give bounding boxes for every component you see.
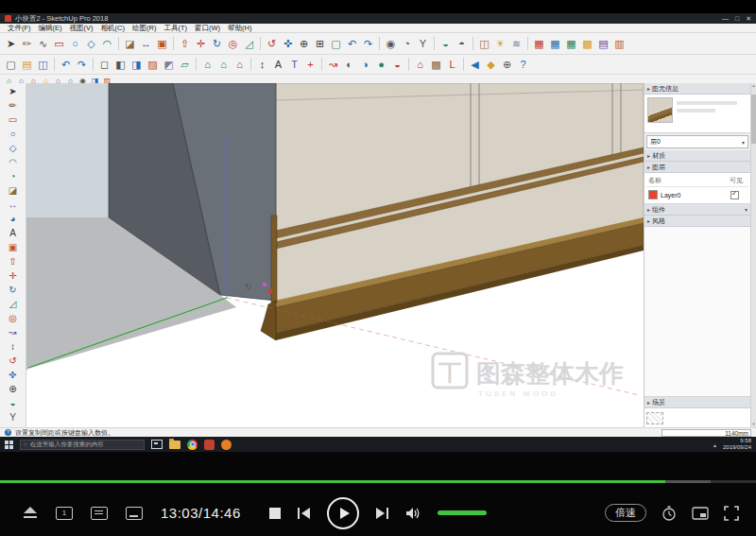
pan-tool-icon[interactable]: ✜: [6, 368, 20, 382]
look-around-icon[interactable]: ◔: [399, 36, 415, 52]
line-tool-icon[interactable]: ✏: [19, 36, 35, 52]
panel-header-entity-info[interactable]: 图元信息: [644, 83, 750, 95]
zoom-tool-icon[interactable]: ⊕: [296, 36, 312, 52]
style-shaded-icon[interactable]: ◨: [129, 57, 145, 73]
menu-tools[interactable]: 工具(T): [160, 24, 191, 32]
plugin-yellow-icon[interactable]: ▩: [579, 36, 595, 52]
progress-bar[interactable]: [0, 480, 756, 483]
redo-icon[interactable]: ↷: [74, 57, 90, 73]
layer-dropdown[interactable]: 层0 ▾: [646, 135, 748, 148]
expand-arrow-icon[interactable]: [647, 206, 650, 213]
dimension-tool-icon[interactable]: ↕: [254, 57, 270, 73]
orbit-tool-icon[interactable]: ↺: [6, 354, 20, 368]
menu-draw[interactable]: 绘图(R): [129, 24, 160, 32]
zoom-tool-icon[interactable]: ⊕: [6, 382, 20, 396]
danmaku-toggle-icon[interactable]: [91, 507, 108, 520]
start-button[interactable]: [5, 441, 13, 449]
eraser-tool-icon[interactable]: ◪: [122, 36, 138, 52]
offset-tool-icon[interactable]: ◎: [6, 311, 20, 325]
mini-player-icon[interactable]: [692, 507, 709, 520]
position-camera-icon[interactable]: ◉: [383, 36, 399, 52]
eraser-tool-icon[interactable]: ◪: [6, 183, 20, 198]
fog-icon[interactable]: ≋: [508, 36, 524, 52]
new-file-icon[interactable]: ▢: [3, 57, 19, 73]
task-view-icon[interactable]: [151, 440, 163, 449]
iso-view-icon[interactable]: ⌂: [215, 57, 232, 73]
arc-tool-icon[interactable]: ◠: [99, 36, 115, 52]
pan-tool-icon[interactable]: ✜: [280, 36, 296, 52]
xray-mode-icon[interactable]: ▱: [177, 57, 193, 73]
top-view-icon[interactable]: ⌂: [232, 57, 248, 73]
extension-warehouse-icon[interactable]: ▩: [428, 57, 444, 73]
open-file-icon[interactable]: ▤: [19, 57, 35, 73]
close-button[interactable]: ✕: [746, 13, 751, 24]
previous-view-icon[interactable]: ↶: [344, 36, 360, 52]
menu-file[interactable]: 文件(F): [4, 24, 35, 32]
3d-text-icon[interactable]: T: [286, 57, 302, 73]
expand-arrow-icon[interactable]: [647, 217, 650, 224]
expand-arrow-icon[interactable]: [647, 152, 650, 159]
video-frame[interactable]: 小块置2 - SketchUp Pro 2018 — □ ✕ 文件(F)编辑(E…: [0, 13, 756, 452]
3d-scene-canvas[interactable]: ↻ 丅 图森整体木作 TUSEN WOOD: [26, 83, 644, 427]
scrollbar-thumb[interactable]: [751, 95, 756, 144]
tray-expand-icon[interactable]: ▴: [713, 441, 716, 448]
style-textured-icon[interactable]: ▨: [145, 57, 161, 73]
push-pull-icon[interactable]: ⇧: [6, 254, 20, 268]
line-tool-icon[interactable]: ✏: [6, 98, 20, 112]
follow-me-icon[interactable]: ↝: [325, 57, 341, 73]
scale-tool-icon[interactable]: ◿: [6, 297, 20, 311]
fullscreen-icon[interactable]: [724, 506, 739, 521]
paint-bucket-icon[interactable]: ▣: [154, 36, 170, 52]
style-hidden-line-icon[interactable]: ◧: [112, 57, 129, 73]
expand-arrow-icon[interactable]: [647, 164, 650, 170]
protractor-tool-icon[interactable]: ◕: [6, 212, 20, 226]
plugin-red-icon[interactable]: ▦: [531, 36, 547, 52]
move-tool-icon[interactable]: ✛: [6, 268, 20, 283]
3d-warehouse-icon[interactable]: ⌂: [412, 57, 428, 73]
cast-screen-icon[interactable]: [23, 507, 38, 519]
polygon-tool-icon[interactable]: ◇: [83, 36, 99, 52]
axes-tool-icon[interactable]: +: [302, 57, 318, 73]
dimension-tool-icon[interactable]: ↕: [6, 339, 20, 354]
follow-me-icon[interactable]: ↝: [6, 325, 20, 339]
select-tool-icon[interactable]: ➤: [3, 36, 19, 52]
tray-scrollbar[interactable]: ▲ ▼: [750, 83, 756, 427]
tape-measure-icon[interactable]: ↔: [6, 198, 20, 212]
rotate-tool-icon[interactable]: ↻: [209, 36, 225, 52]
offset-tool-icon[interactable]: ◎: [225, 36, 241, 52]
shadows-icon[interactable]: ☀: [492, 36, 508, 52]
pie-tool-icon[interactable]: ◔: [6, 169, 20, 183]
text-tool-icon[interactable]: A: [270, 57, 286, 73]
style-monochrome-icon[interactable]: ◩: [161, 57, 177, 73]
solid-subtract-icon[interactable]: ◒: [389, 57, 405, 73]
paint-bucket-icon[interactable]: ▣: [6, 240, 20, 254]
expand-arrow-icon[interactable]: [647, 399, 650, 406]
menu-edit[interactable]: 编辑(E): [35, 24, 66, 32]
component-thumbnail[interactable]: [647, 97, 673, 123]
panel-header-layers[interactable]: 图层: [644, 162, 750, 173]
expand-arrow-icon[interactable]: [647, 85, 650, 92]
solid-union-icon[interactable]: ●: [373, 57, 389, 73]
panel-header-styles[interactable]: 风格: [644, 216, 750, 227]
red-app-icon[interactable]: [204, 440, 215, 450]
front-view-icon[interactable]: ⌂: [199, 57, 215, 73]
plugin-settings-icon[interactable]: ⊕: [499, 57, 515, 73]
circle-tool-icon[interactable]: ○: [67, 36, 83, 52]
orbit-tool-icon[interactable]: ↺: [264, 36, 280, 52]
menu-window[interactable]: 窗口(W): [191, 24, 224, 32]
watch-later-clock-icon[interactable]: [662, 506, 677, 521]
save-file-icon[interactable]: ◫: [35, 57, 51, 73]
plugin-speaker-icon[interactable]: ◀: [467, 57, 483, 73]
rectangle-tool-icon[interactable]: ▭: [51, 36, 67, 52]
plugin-blue-icon[interactable]: ▦: [547, 36, 563, 52]
select-tool-icon[interactable]: ➤: [6, 84, 20, 98]
maximize-button[interactable]: □: [735, 13, 739, 24]
undo-icon[interactable]: ↶: [58, 57, 74, 73]
file-explorer-icon[interactable]: [169, 441, 180, 449]
tape-measure-icon[interactable]: ↔: [138, 36, 154, 52]
section-plane-icon[interactable]: ◒: [6, 396, 20, 410]
menu-camera[interactable]: 相机(C): [97, 24, 129, 32]
panel-header-scenes[interactable]: 场景: [644, 397, 750, 408]
measurement-box[interactable]: 1140mm: [662, 429, 751, 437]
layer-row[interactable]: Layer0: [646, 187, 748, 201]
